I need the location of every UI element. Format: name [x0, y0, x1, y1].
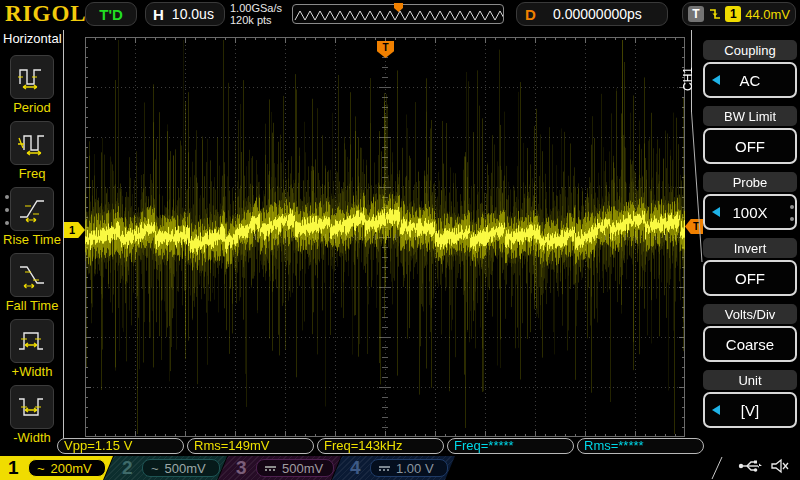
invert-button[interactable]: OFF: [703, 260, 797, 296]
bw-limit-value: OFF: [735, 138, 765, 155]
usb-icon: [738, 458, 762, 474]
acquisition-info: 1.00GSa/s 120k pts: [230, 2, 282, 26]
measure-rms2[interactable]: Rms=*****: [577, 438, 704, 454]
minus-width-label: -Width: [0, 430, 64, 445]
trigger-label: T: [688, 6, 704, 22]
coupling-value: AC: [740, 72, 761, 89]
fall-time-button[interactable]: [10, 253, 54, 297]
probe-value: 100X: [732, 204, 767, 221]
freq-button[interactable]: [10, 121, 54, 165]
fall-time-icon: [16, 260, 48, 290]
falling-edge-icon: [708, 7, 722, 21]
channel4-number: 4: [350, 457, 361, 479]
left-arrow-icon: [712, 75, 720, 85]
delay-value: 0.00000000ps: [536, 6, 659, 22]
period-label: Period: [0, 100, 64, 115]
page-indicator-dot: [5, 208, 9, 212]
rigol-logo: RIGOL: [5, 1, 87, 27]
timebase-value: 10.0us: [172, 6, 214, 22]
channel3-tab[interactable]: 3 500mV: [218, 456, 341, 480]
rise-time-icon: [16, 194, 48, 224]
delay-label: D: [525, 6, 536, 23]
minus-width-icon: [16, 392, 48, 422]
bw-limit-label: BW Limit: [703, 106, 797, 126]
unit-button[interactable]: [V]: [703, 392, 797, 428]
trigger-level-marker[interactable]: T: [685, 219, 703, 234]
minus-width-button[interactable]: [10, 385, 54, 429]
right-menu-channel-tab: CH1: [681, 67, 695, 91]
dc-coupling-icon: [265, 465, 276, 472]
bw-limit-button[interactable]: OFF: [703, 128, 797, 164]
volts-div-label: Volts/Div: [703, 304, 797, 324]
channel1-level-marker[interactable]: 1: [64, 222, 85, 238]
volts-div-value: Coarse: [726, 336, 774, 353]
left-arrow-icon: [712, 405, 720, 415]
channel2-number: 2: [122, 457, 133, 479]
page-indicator-dot: [790, 205, 794, 209]
freq-icon: [16, 128, 48, 158]
ac-coupling-icon: ~: [151, 461, 159, 476]
coupling-label: Coupling: [703, 40, 797, 60]
unit-value: [V]: [741, 402, 759, 419]
channel3-scale: 500mV: [282, 461, 323, 476]
trigger-level-value: 44.0mV: [745, 7, 790, 22]
invert-label: Invert: [703, 238, 797, 258]
rise-time-label: Rise Time: [0, 232, 64, 247]
trigger-source-badge: 1: [725, 6, 741, 22]
channel2-scale: 500mV: [165, 461, 206, 476]
oscilloscope-screen: RIGOL T'D H 10.0us 1.00GSa/s 120k pts D …: [0, 0, 800, 480]
unit-label: Unit: [703, 370, 797, 390]
measure-freq2[interactable]: Freq=*****: [447, 438, 574, 454]
delay-badge: D 0.00000000ps: [516, 2, 668, 26]
dc-coupling-icon: [379, 465, 390, 472]
channel3-number: 3: [236, 457, 247, 479]
channel4-tab[interactable]: 4 1.00 V: [332, 456, 455, 480]
plus-width-label: +Width: [0, 364, 64, 379]
left-menu-title: Horizontal: [1, 31, 65, 46]
channel2-tab[interactable]: 2 ~ 500mV: [104, 456, 227, 480]
memory-depth: 120k pts: [230, 14, 282, 26]
waveform-display: [85, 37, 685, 437]
invert-value: OFF: [735, 270, 765, 287]
trigger-status-text: T'D: [99, 6, 123, 23]
probe-label: Probe: [703, 172, 797, 192]
left-arrow-icon: [712, 207, 720, 217]
fall-time-label: Fall Time: [0, 298, 64, 313]
measure-rms1[interactable]: Rms=149mV: [187, 438, 314, 454]
measure-vpp[interactable]: Vpp=1.15 V: [57, 438, 184, 454]
page-indicator-dot: [790, 217, 794, 221]
ac-coupling-icon: ~: [37, 461, 45, 476]
channel1-number: 1: [8, 457, 19, 479]
sample-rate: 1.00GSa/s: [230, 2, 282, 14]
horizontal-label: H: [153, 6, 164, 23]
trigger-info-badge[interactable]: T 1 44.0mV: [682, 2, 796, 26]
period-icon: [16, 62, 48, 92]
status-icon-area: [738, 458, 790, 474]
trigger-status-badge: T'D: [85, 2, 137, 26]
page-indicator-dot: [5, 195, 9, 199]
page-indicator-dot: [5, 221, 9, 225]
channel1-tab[interactable]: 1 ~ 200mV: [0, 456, 113, 480]
volts-div-button[interactable]: Coarse: [703, 326, 797, 362]
channel1-scale: 200mV: [51, 461, 92, 476]
measure-freq1[interactable]: Freq=143kHz: [317, 438, 444, 454]
period-button[interactable]: [10, 55, 54, 99]
freq-label: Freq: [0, 166, 64, 181]
speaker-muted-icon: [770, 458, 790, 474]
coupling-button[interactable]: AC: [703, 62, 797, 98]
plus-width-button[interactable]: [10, 319, 54, 363]
horizontal-timebase-badge[interactable]: H 10.0us: [145, 2, 225, 26]
probe-button[interactable]: 100X: [703, 194, 797, 230]
channel4-scale: 1.00 V: [396, 461, 434, 476]
plus-width-icon: [16, 326, 48, 356]
rise-time-button[interactable]: [10, 187, 54, 231]
